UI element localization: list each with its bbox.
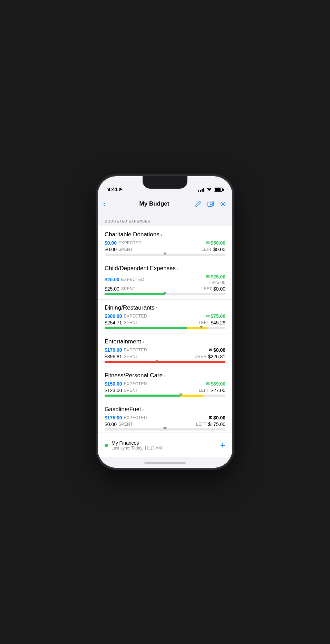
- signal-icon: [198, 188, 204, 192]
- rollover-amount: ↑ $25.00: [208, 280, 225, 285]
- expected-amount: $150.00: [105, 381, 122, 387]
- expected-label: EXPECTED: [121, 277, 144, 282]
- expected-amount: $170.00: [105, 347, 122, 353]
- item-title-entertainment: Entertainment ›: [105, 338, 225, 345]
- expected-amount: $25.00: [105, 277, 119, 282]
- home-bar: [144, 462, 186, 464]
- left-label: LEFT: [199, 388, 210, 393]
- spent-amount: $254.71: [105, 320, 122, 325]
- left-label: LEFT: [201, 247, 212, 252]
- add-button[interactable]: +: [220, 440, 225, 451]
- spent-row-dining: $254.71 SPENT LEFT $45.29: [105, 320, 225, 325]
- chevron-icon: ›: [156, 305, 158, 311]
- progress-bar-entertainment: [105, 361, 225, 363]
- notch: [143, 176, 187, 189]
- phone-frame: 9:41 ▶: [98, 176, 232, 468]
- progress-bar-gasoline: [105, 428, 225, 430]
- progress-fill: [105, 293, 165, 295]
- time-label: 9:41: [107, 186, 118, 192]
- chevron-icon: ›: [164, 373, 166, 378]
- left-amount: $0.00: [213, 247, 225, 252]
- spent-row-charitable: $0.00 SPENT LEFT $0.00: [105, 247, 225, 252]
- spent-row-child: $25.00 SPENT LEFT $0.00: [105, 286, 225, 292]
- spent-amount: $25.00: [105, 286, 119, 292]
- budget-row-charitable: $0.00 EXPECTED ✉ $50.00: [105, 240, 225, 246]
- item-title-charitable: Charitable Donations ›: [105, 231, 225, 238]
- left-label: OVER: [194, 354, 206, 359]
- budget-item-dining[interactable]: Dining/Restaurants › $300.00 EXPECTED ✉ …: [98, 300, 232, 333]
- nav-title: My Budget: [114, 200, 194, 207]
- progress-bar-charitable: [105, 254, 225, 256]
- budget-item-fitness[interactable]: Fitness/Personal Care › $150.00 EXPECTED…: [98, 367, 232, 401]
- spent-label: SPENT: [118, 247, 133, 252]
- battery-icon: [214, 188, 223, 192]
- budgeted-amount: ✉ $50.00: [206, 240, 225, 246]
- expected-label: EXPECTED: [124, 415, 147, 420]
- edit-button[interactable]: [194, 200, 202, 208]
- spent-label: SPENT: [124, 388, 138, 393]
- budget-item-child[interactable]: Child/Dependent Expenses › $25.00 EXPECT…: [98, 260, 232, 300]
- budgeted-amount: ✉ $0.00: [209, 347, 225, 353]
- budgeted-amount: ✉ $0.00: [209, 415, 225, 420]
- left-label: LEFT: [196, 422, 207, 427]
- add-copy-button[interactable]: [207, 200, 214, 208]
- settings-button[interactable]: [219, 200, 227, 208]
- spent-label: SPENT: [124, 354, 138, 359]
- item-title-gasoline: Gasoline/Fuel ›: [105, 406, 225, 413]
- content-scroll[interactable]: BUDGETED EXPENSES Charitable Donations ›…: [98, 213, 232, 433]
- left-amount: $226.81: [208, 354, 225, 359]
- edit-icon: [194, 200, 202, 208]
- left-label: LEFT: [201, 286, 212, 291]
- expected-amount: $0.00: [105, 240, 117, 246]
- sync-time: Last sync: Today, 11:13 AM: [111, 446, 220, 451]
- budget-row-child: $25.00 EXPECTED ✉ $25.00 ↑ $25.00: [105, 274, 225, 285]
- expected-label: EXPECTED: [124, 348, 147, 352]
- bottom-bar: My Finances Last sync: Today, 11:13 AM +: [98, 433, 232, 457]
- item-title-child: Child/Dependent Expenses ›: [105, 265, 225, 272]
- back-button[interactable]: ‹: [103, 200, 114, 208]
- spent-label: SPENT: [121, 286, 136, 291]
- spent-row-fitness: $123.00 SPENT LEFT $27.00: [105, 388, 225, 393]
- budget-item-entertainment[interactable]: Entertainment › $170.00 EXPECTED ✉ $0.00: [98, 333, 232, 367]
- spent-row-entertainment: $396.81 SPENT OVER $226.81: [105, 354, 225, 359]
- settings-icon: [219, 200, 227, 208]
- chevron-icon: ›: [177, 266, 179, 271]
- spent-amount: $396.81: [105, 354, 122, 359]
- spent-amount: $123.00: [105, 388, 122, 393]
- progress-marker: [163, 427, 167, 430]
- nav-actions: [194, 200, 227, 208]
- expected-label: EXPECTED: [124, 381, 147, 386]
- section-header: BUDGETED EXPENSES: [98, 213, 232, 226]
- home-indicator: [98, 457, 232, 468]
- progress-bar-child: [105, 293, 225, 295]
- sync-name: My Finances: [111, 440, 220, 446]
- svg-point-1: [222, 203, 224, 205]
- envelope-icon: ✉: [206, 274, 210, 279]
- expected-label: EXPECTED: [118, 240, 142, 245]
- left-amount: $0.00: [213, 286, 225, 292]
- progress-marker: [163, 253, 167, 255]
- left-amount: $27.00: [211, 388, 225, 393]
- spent-label: SPENT: [118, 422, 133, 427]
- budgeted-amount: ✉ $75.00: [206, 313, 225, 319]
- progress-marker: [179, 394, 183, 396]
- status-time: 9:41 ▶: [107, 186, 122, 192]
- add-copy-icon: [207, 200, 214, 208]
- progress-marker: [155, 360, 158, 362]
- sync-info: My Finances Last sync: Today, 11:13 AM: [111, 440, 220, 451]
- left-amount: $45.29: [211, 320, 225, 325]
- spent-amount: $0.00: [105, 247, 117, 252]
- spent-amount: $0.00: [105, 422, 117, 427]
- chevron-icon: ›: [142, 407, 144, 412]
- chevron-icon: ›: [143, 339, 144, 344]
- item-title-dining: Dining/Restaurants ›: [105, 304, 225, 311]
- left-label: LEFT: [199, 320, 210, 325]
- budget-row-fitness: $150.00 EXPECTED ✉ $89.00: [105, 381, 225, 387]
- progress-marker: [163, 292, 167, 295]
- nav-bar: ‹ My Budget: [98, 195, 232, 213]
- budget-item-gasoline[interactable]: Gasoline/Fuel › $175.00 EXPECTED ✉ $0.00: [98, 401, 232, 433]
- phone-screen: 9:41 ▶: [98, 176, 232, 468]
- status-icons: [198, 187, 223, 192]
- budget-item-charitable[interactable]: Charitable Donations › $0.00 EXPECTED ✉ …: [98, 226, 232, 260]
- chevron-icon: ›: [161, 232, 163, 237]
